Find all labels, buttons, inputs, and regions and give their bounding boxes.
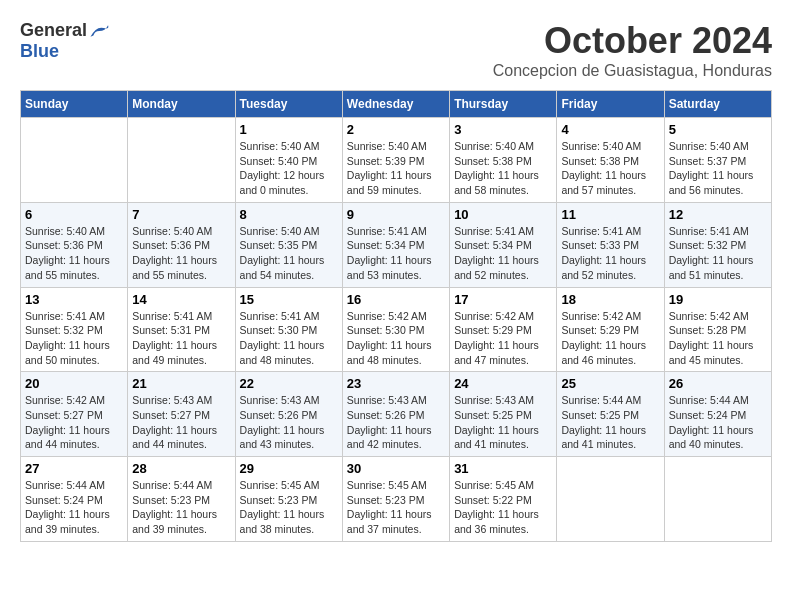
col-thursday: Thursday [450, 91, 557, 118]
day-number: 25 [561, 376, 659, 391]
day-number: 21 [132, 376, 230, 391]
cell-daylight-info: Sunrise: 5:41 AM Sunset: 5:30 PM Dayligh… [240, 309, 338, 368]
col-saturday: Saturday [664, 91, 771, 118]
cell-daylight-info: Sunrise: 5:43 AM Sunset: 5:27 PM Dayligh… [132, 393, 230, 452]
cell-daylight-info: Sunrise: 5:42 AM Sunset: 5:28 PM Dayligh… [669, 309, 767, 368]
table-row: 14Sunrise: 5:41 AM Sunset: 5:31 PM Dayli… [128, 287, 235, 372]
cell-daylight-info: Sunrise: 5:43 AM Sunset: 5:26 PM Dayligh… [347, 393, 445, 452]
day-number: 17 [454, 292, 552, 307]
cell-daylight-info: Sunrise: 5:45 AM Sunset: 5:23 PM Dayligh… [347, 478, 445, 537]
cell-daylight-info: Sunrise: 5:40 AM Sunset: 5:39 PM Dayligh… [347, 139, 445, 198]
col-friday: Friday [557, 91, 664, 118]
day-number: 26 [669, 376, 767, 391]
table-row [557, 457, 664, 542]
calendar-header-row: Sunday Monday Tuesday Wednesday Thursday… [21, 91, 772, 118]
cell-daylight-info: Sunrise: 5:42 AM Sunset: 5:27 PM Dayligh… [25, 393, 123, 452]
day-number: 28 [132, 461, 230, 476]
day-number: 5 [669, 122, 767, 137]
location-title: Concepcion de Guasistagua, Honduras [493, 62, 772, 80]
day-number: 18 [561, 292, 659, 307]
day-number: 8 [240, 207, 338, 222]
table-row: 27Sunrise: 5:44 AM Sunset: 5:24 PM Dayli… [21, 457, 128, 542]
table-row: 16Sunrise: 5:42 AM Sunset: 5:30 PM Dayli… [342, 287, 449, 372]
table-row: 11Sunrise: 5:41 AM Sunset: 5:33 PM Dayli… [557, 202, 664, 287]
day-number: 11 [561, 207, 659, 222]
cell-daylight-info: Sunrise: 5:44 AM Sunset: 5:23 PM Dayligh… [132, 478, 230, 537]
table-row [128, 118, 235, 203]
calendar-week-row: 27Sunrise: 5:44 AM Sunset: 5:24 PM Dayli… [21, 457, 772, 542]
cell-daylight-info: Sunrise: 5:41 AM Sunset: 5:33 PM Dayligh… [561, 224, 659, 283]
table-row: 22Sunrise: 5:43 AM Sunset: 5:26 PM Dayli… [235, 372, 342, 457]
day-number: 20 [25, 376, 123, 391]
col-monday: Monday [128, 91, 235, 118]
cell-daylight-info: Sunrise: 5:40 AM Sunset: 5:40 PM Dayligh… [240, 139, 338, 198]
cell-daylight-info: Sunrise: 5:42 AM Sunset: 5:29 PM Dayligh… [454, 309, 552, 368]
table-row: 31Sunrise: 5:45 AM Sunset: 5:22 PM Dayli… [450, 457, 557, 542]
table-row: 12Sunrise: 5:41 AM Sunset: 5:32 PM Dayli… [664, 202, 771, 287]
col-wednesday: Wednesday [342, 91, 449, 118]
calendar-week-row: 20Sunrise: 5:42 AM Sunset: 5:27 PM Dayli… [21, 372, 772, 457]
table-row: 18Sunrise: 5:42 AM Sunset: 5:29 PM Dayli… [557, 287, 664, 372]
day-number: 14 [132, 292, 230, 307]
day-number: 30 [347, 461, 445, 476]
table-row: 5Sunrise: 5:40 AM Sunset: 5:37 PM Daylig… [664, 118, 771, 203]
day-number: 1 [240, 122, 338, 137]
table-row: 25Sunrise: 5:44 AM Sunset: 5:25 PM Dayli… [557, 372, 664, 457]
logo: General Blue [20, 20, 111, 62]
day-number: 31 [454, 461, 552, 476]
cell-daylight-info: Sunrise: 5:42 AM Sunset: 5:29 PM Dayligh… [561, 309, 659, 368]
calendar-week-row: 6Sunrise: 5:40 AM Sunset: 5:36 PM Daylig… [21, 202, 772, 287]
cell-daylight-info: Sunrise: 5:40 AM Sunset: 5:35 PM Dayligh… [240, 224, 338, 283]
title-block: October 2024 Concepcion de Guasistagua, … [493, 20, 772, 80]
day-number: 22 [240, 376, 338, 391]
cell-daylight-info: Sunrise: 5:43 AM Sunset: 5:25 PM Dayligh… [454, 393, 552, 452]
logo-bird-icon [89, 22, 111, 40]
cell-daylight-info: Sunrise: 5:41 AM Sunset: 5:32 PM Dayligh… [25, 309, 123, 368]
day-number: 2 [347, 122, 445, 137]
col-sunday: Sunday [21, 91, 128, 118]
cell-daylight-info: Sunrise: 5:40 AM Sunset: 5:38 PM Dayligh… [561, 139, 659, 198]
table-row: 9Sunrise: 5:41 AM Sunset: 5:34 PM Daylig… [342, 202, 449, 287]
day-number: 4 [561, 122, 659, 137]
day-number: 6 [25, 207, 123, 222]
day-number: 13 [25, 292, 123, 307]
table-row: 2Sunrise: 5:40 AM Sunset: 5:39 PM Daylig… [342, 118, 449, 203]
table-row: 21Sunrise: 5:43 AM Sunset: 5:27 PM Dayli… [128, 372, 235, 457]
cell-daylight-info: Sunrise: 5:44 AM Sunset: 5:25 PM Dayligh… [561, 393, 659, 452]
table-row: 10Sunrise: 5:41 AM Sunset: 5:34 PM Dayli… [450, 202, 557, 287]
day-number: 16 [347, 292, 445, 307]
calendar-week-row: 13Sunrise: 5:41 AM Sunset: 5:32 PM Dayli… [21, 287, 772, 372]
cell-daylight-info: Sunrise: 5:41 AM Sunset: 5:34 PM Dayligh… [454, 224, 552, 283]
day-number: 24 [454, 376, 552, 391]
table-row: 19Sunrise: 5:42 AM Sunset: 5:28 PM Dayli… [664, 287, 771, 372]
cell-daylight-info: Sunrise: 5:41 AM Sunset: 5:34 PM Dayligh… [347, 224, 445, 283]
table-row: 15Sunrise: 5:41 AM Sunset: 5:30 PM Dayli… [235, 287, 342, 372]
table-row: 3Sunrise: 5:40 AM Sunset: 5:38 PM Daylig… [450, 118, 557, 203]
table-row: 13Sunrise: 5:41 AM Sunset: 5:32 PM Dayli… [21, 287, 128, 372]
day-number: 15 [240, 292, 338, 307]
table-row: 28Sunrise: 5:44 AM Sunset: 5:23 PM Dayli… [128, 457, 235, 542]
day-number: 19 [669, 292, 767, 307]
table-row: 30Sunrise: 5:45 AM Sunset: 5:23 PM Dayli… [342, 457, 449, 542]
cell-daylight-info: Sunrise: 5:41 AM Sunset: 5:32 PM Dayligh… [669, 224, 767, 283]
cell-daylight-info: Sunrise: 5:41 AM Sunset: 5:31 PM Dayligh… [132, 309, 230, 368]
day-number: 27 [25, 461, 123, 476]
cell-daylight-info: Sunrise: 5:45 AM Sunset: 5:22 PM Dayligh… [454, 478, 552, 537]
logo-general-text: General [20, 20, 87, 41]
table-row: 1Sunrise: 5:40 AM Sunset: 5:40 PM Daylig… [235, 118, 342, 203]
table-row: 20Sunrise: 5:42 AM Sunset: 5:27 PM Dayli… [21, 372, 128, 457]
table-row: 23Sunrise: 5:43 AM Sunset: 5:26 PM Dayli… [342, 372, 449, 457]
table-row: 4Sunrise: 5:40 AM Sunset: 5:38 PM Daylig… [557, 118, 664, 203]
page-header: General Blue October 2024 Concepcion de … [20, 20, 772, 80]
table-row [664, 457, 771, 542]
calendar-table: Sunday Monday Tuesday Wednesday Thursday… [20, 90, 772, 542]
day-number: 12 [669, 207, 767, 222]
month-title: October 2024 [493, 20, 772, 62]
table-row: 6Sunrise: 5:40 AM Sunset: 5:36 PM Daylig… [21, 202, 128, 287]
table-row: 24Sunrise: 5:43 AM Sunset: 5:25 PM Dayli… [450, 372, 557, 457]
day-number: 9 [347, 207, 445, 222]
day-number: 3 [454, 122, 552, 137]
cell-daylight-info: Sunrise: 5:45 AM Sunset: 5:23 PM Dayligh… [240, 478, 338, 537]
logo-blue-text: Blue [20, 41, 59, 62]
table-row: 17Sunrise: 5:42 AM Sunset: 5:29 PM Dayli… [450, 287, 557, 372]
